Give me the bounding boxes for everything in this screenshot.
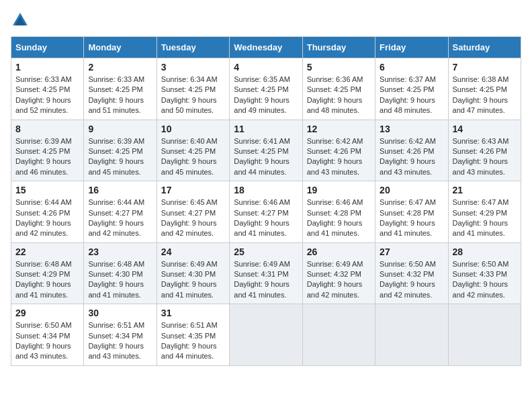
day-number: 17 xyxy=(161,185,225,195)
calendar-cell: 18Sunrise: 6:46 AMSunset: 4:27 PMDayligh… xyxy=(230,181,302,243)
day-number: 23 xyxy=(88,246,152,257)
weekday-header: Saturday xyxy=(448,37,521,58)
calendar-cell: 24Sunrise: 6:49 AMSunset: 4:30 PMDayligh… xyxy=(157,242,229,304)
calendar-cell: 19Sunrise: 6:46 AMSunset: 4:28 PMDayligh… xyxy=(302,181,375,243)
day-info: Sunrise: 6:40 AMSunset: 4:25 PMDaylight:… xyxy=(161,136,225,178)
calendar-week-row: 29Sunrise: 6:50 AMSunset: 4:34 PMDayligh… xyxy=(11,304,521,366)
day-number: 8 xyxy=(15,124,79,134)
calendar-cell: 28Sunrise: 6:50 AMSunset: 4:33 PMDayligh… xyxy=(448,242,521,304)
day-number: 2 xyxy=(88,62,152,73)
day-info: Sunrise: 6:34 AMSunset: 4:25 PMDaylight:… xyxy=(161,75,225,116)
day-info: Sunrise: 6:36 AMSunset: 4:25 PMDaylight:… xyxy=(307,75,371,116)
day-number: 4 xyxy=(234,62,298,73)
day-info: Sunrise: 6:50 AMSunset: 4:33 PMDaylight:… xyxy=(453,259,517,301)
day-number: 9 xyxy=(88,124,152,134)
day-info: Sunrise: 6:33 AMSunset: 4:25 PMDaylight:… xyxy=(15,75,79,116)
calendar-cell: 11Sunrise: 6:41 AMSunset: 4:25 PMDayligh… xyxy=(230,120,302,181)
day-info: Sunrise: 6:39 AMSunset: 4:25 PMDaylight:… xyxy=(15,136,79,178)
calendar-cell: 6Sunrise: 6:37 AMSunset: 4:25 PMDaylight… xyxy=(375,58,448,120)
calendar-cell: 25Sunrise: 6:49 AMSunset: 4:31 PMDayligh… xyxy=(230,242,302,304)
day-number: 21 xyxy=(453,185,517,195)
calendar-body: 1Sunrise: 6:33 AMSunset: 4:25 PMDaylight… xyxy=(11,58,521,366)
calendar-cell: 7Sunrise: 6:38 AMSunset: 4:25 PMDaylight… xyxy=(448,58,521,120)
day-info: Sunrise: 6:43 AMSunset: 4:26 PMDaylight:… xyxy=(453,136,517,178)
day-number: 31 xyxy=(161,308,225,318)
calendar-cell: 20Sunrise: 6:47 AMSunset: 4:28 PMDayligh… xyxy=(375,181,448,243)
day-number: 27 xyxy=(380,246,443,257)
calendar-header: SundayMondayTuesdayWednesdayThursdayFrid… xyxy=(11,37,521,58)
calendar-cell: 3Sunrise: 6:34 AMSunset: 4:25 PMDaylight… xyxy=(157,58,229,120)
calendar-cell: 15Sunrise: 6:44 AMSunset: 4:26 PMDayligh… xyxy=(11,181,84,243)
weekday-header: Tuesday xyxy=(157,37,229,58)
day-info: Sunrise: 6:42 AMSunset: 4:26 PMDaylight:… xyxy=(380,136,443,178)
day-info: Sunrise: 6:51 AMSunset: 4:34 PMDaylight:… xyxy=(88,320,152,362)
calendar-cell: 14Sunrise: 6:43 AMSunset: 4:26 PMDayligh… xyxy=(448,120,521,181)
day-number: 20 xyxy=(380,185,443,195)
day-info: Sunrise: 6:50 AMSunset: 4:34 PMDaylight:… xyxy=(15,320,79,362)
day-number: 7 xyxy=(453,62,517,73)
day-number: 19 xyxy=(307,185,371,195)
day-info: Sunrise: 6:48 AMSunset: 4:30 PMDaylight:… xyxy=(88,259,152,301)
day-info: Sunrise: 6:42 AMSunset: 4:26 PMDaylight:… xyxy=(307,136,371,178)
day-info: Sunrise: 6:44 AMSunset: 4:26 PMDaylight:… xyxy=(15,197,79,239)
page-header xyxy=(11,11,521,30)
day-number: 28 xyxy=(453,246,517,257)
day-number: 16 xyxy=(88,185,152,195)
weekday-header: Friday xyxy=(375,37,448,58)
day-number: 10 xyxy=(161,124,225,134)
calendar-cell: 4Sunrise: 6:35 AMSunset: 4:25 PMDaylight… xyxy=(230,58,302,120)
day-info: Sunrise: 6:35 AMSunset: 4:25 PMDaylight:… xyxy=(234,75,298,116)
day-number: 1 xyxy=(15,62,79,73)
day-number: 12 xyxy=(307,124,371,134)
day-number: 5 xyxy=(307,62,371,73)
day-number: 14 xyxy=(453,124,517,134)
day-info: Sunrise: 6:33 AMSunset: 4:25 PMDaylight:… xyxy=(88,75,152,116)
day-info: Sunrise: 6:47 AMSunset: 4:28 PMDaylight:… xyxy=(380,197,443,239)
day-number: 13 xyxy=(380,124,443,134)
day-number: 25 xyxy=(234,246,298,257)
calendar-cell xyxy=(302,304,375,366)
calendar-cell xyxy=(448,304,521,366)
calendar-week-row: 15Sunrise: 6:44 AMSunset: 4:26 PMDayligh… xyxy=(11,181,521,243)
calendar-cell: 13Sunrise: 6:42 AMSunset: 4:26 PMDayligh… xyxy=(375,120,448,181)
day-info: Sunrise: 6:47 AMSunset: 4:29 PMDaylight:… xyxy=(453,197,517,239)
day-info: Sunrise: 6:46 AMSunset: 4:28 PMDaylight:… xyxy=(307,197,371,239)
calendar-week-row: 1Sunrise: 6:33 AMSunset: 4:25 PMDaylight… xyxy=(11,58,521,120)
day-number: 15 xyxy=(15,185,79,195)
weekday-header: Wednesday xyxy=(230,37,302,58)
weekday-header: Monday xyxy=(84,37,157,58)
day-info: Sunrise: 6:39 AMSunset: 4:25 PMDaylight:… xyxy=(88,136,152,178)
day-number: 22 xyxy=(15,246,79,257)
day-number: 29 xyxy=(15,308,79,318)
day-number: 6 xyxy=(380,62,443,73)
day-number: 24 xyxy=(161,246,225,257)
day-info: Sunrise: 6:41 AMSunset: 4:25 PMDaylight:… xyxy=(234,136,298,178)
calendar-cell: 31Sunrise: 6:51 AMSunset: 4:35 PMDayligh… xyxy=(157,304,229,366)
day-number: 26 xyxy=(307,246,371,257)
calendar-cell: 30Sunrise: 6:51 AMSunset: 4:34 PMDayligh… xyxy=(84,304,157,366)
day-info: Sunrise: 6:48 AMSunset: 4:29 PMDaylight:… xyxy=(15,259,79,301)
calendar-cell: 2Sunrise: 6:33 AMSunset: 4:25 PMDaylight… xyxy=(84,58,157,120)
calendar-cell: 8Sunrise: 6:39 AMSunset: 4:25 PMDaylight… xyxy=(11,120,84,181)
day-info: Sunrise: 6:51 AMSunset: 4:35 PMDaylight:… xyxy=(161,320,225,362)
calendar-cell xyxy=(375,304,448,366)
calendar-cell: 16Sunrise: 6:44 AMSunset: 4:27 PMDayligh… xyxy=(84,181,157,243)
logo xyxy=(11,11,32,30)
calendar-week-row: 22Sunrise: 6:48 AMSunset: 4:29 PMDayligh… xyxy=(11,242,521,304)
calendar-cell xyxy=(230,304,302,366)
calendar-cell: 27Sunrise: 6:50 AMSunset: 4:32 PMDayligh… xyxy=(375,242,448,304)
day-info: Sunrise: 6:38 AMSunset: 4:25 PMDaylight:… xyxy=(453,75,517,116)
calendar-cell: 1Sunrise: 6:33 AMSunset: 4:25 PMDaylight… xyxy=(11,58,84,120)
day-info: Sunrise: 6:49 AMSunset: 4:32 PMDaylight:… xyxy=(307,259,371,301)
day-number: 3 xyxy=(161,62,225,73)
calendar-cell: 5Sunrise: 6:36 AMSunset: 4:25 PMDaylight… xyxy=(302,58,375,120)
logo-icon xyxy=(11,11,30,30)
calendar-table: SundayMondayTuesdayWednesdayThursdayFrid… xyxy=(11,36,521,366)
calendar-cell: 26Sunrise: 6:49 AMSunset: 4:32 PMDayligh… xyxy=(302,242,375,304)
calendar-cell: 12Sunrise: 6:42 AMSunset: 4:26 PMDayligh… xyxy=(302,120,375,181)
day-info: Sunrise: 6:49 AMSunset: 4:30 PMDaylight:… xyxy=(161,259,225,301)
calendar-cell: 17Sunrise: 6:45 AMSunset: 4:27 PMDayligh… xyxy=(157,181,229,243)
day-info: Sunrise: 6:49 AMSunset: 4:31 PMDaylight:… xyxy=(234,259,298,301)
day-number: 18 xyxy=(234,185,298,195)
day-info: Sunrise: 6:46 AMSunset: 4:27 PMDaylight:… xyxy=(234,197,298,239)
